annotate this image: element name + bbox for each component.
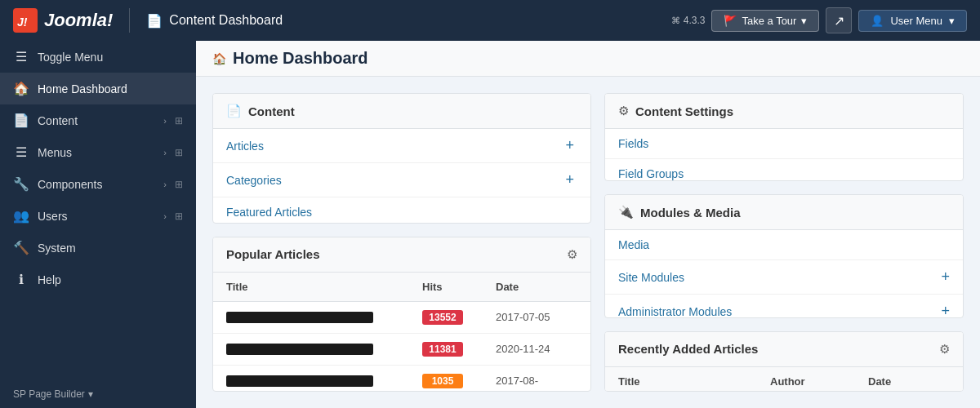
content-grid-icon: ⊞ xyxy=(175,115,183,126)
sidebar-toggle-label: Toggle Menu xyxy=(38,51,183,64)
recently-added-header: Recently Added Articles ⚙ xyxy=(605,332,963,367)
main-left: 📄 Content Articles + Categories + xyxy=(212,93,591,392)
row3-hits: 1035 xyxy=(422,374,496,388)
sidebar: ☰ Toggle Menu 🏠 Home Dashboard 📄 Content… xyxy=(0,41,196,408)
articles-link[interactable]: Articles xyxy=(226,140,562,153)
system-icon: 🔨 xyxy=(13,240,29,255)
media-link[interactable]: Media xyxy=(618,238,950,251)
logo[interactable]: J! Joomla! xyxy=(13,8,113,33)
menus-icon: ☰ xyxy=(13,144,29,160)
tour-flag-icon: 🚩 xyxy=(724,15,737,27)
popular-articles-body: Title Hits Date 13552 2017 xyxy=(213,273,590,392)
featured-articles-row: Featured Articles xyxy=(213,197,590,224)
add-site-modules-button[interactable]: + xyxy=(941,268,950,286)
help-icon: ℹ xyxy=(13,272,29,287)
field-groups-row: Field Groups xyxy=(605,159,963,181)
user-menu-button[interactable]: 👤 User Menu ▾ xyxy=(858,10,967,32)
menus-grid-icon: ⊞ xyxy=(175,147,183,158)
row1-title-bar xyxy=(226,312,373,323)
user-avatar-icon: 👤 xyxy=(871,15,884,27)
field-groups-link[interactable]: Field Groups xyxy=(618,167,950,180)
row3-title xyxy=(226,375,422,387)
components-grid-icon: ⊞ xyxy=(175,179,183,190)
popular-articles-settings-button[interactable]: ⚙ xyxy=(567,247,577,262)
user-menu-chevron-icon: ▾ xyxy=(949,15,955,27)
featured-articles-link[interactable]: Featured Articles xyxy=(226,206,577,219)
version-text: 4.3.3 xyxy=(684,15,706,26)
content-settings-header: ⚙ Content Settings xyxy=(605,94,963,129)
table-row: 11381 2020-11-24 xyxy=(213,334,590,366)
sidebar-item-components[interactable]: 🔧 Components › ⊞ xyxy=(0,168,196,200)
popular-articles-card: Popular Articles ⚙ Title Hits Date xyxy=(212,237,591,392)
content-card: 📄 Content Articles + Categories + xyxy=(212,93,591,224)
content-arrow-icon: › xyxy=(163,116,167,126)
recently-added-col-header: Title Author Date xyxy=(605,367,963,392)
take-a-tour-button[interactable]: 🚩 Take a Tour ▾ xyxy=(711,10,819,32)
col-title-label: Title xyxy=(226,281,422,293)
sidebar-item-content[interactable]: 📄 Content › ⊞ xyxy=(0,104,196,136)
articles-row: Articles + xyxy=(213,129,590,163)
sidebar-item-home-dashboard[interactable]: 🏠 Home Dashboard xyxy=(0,73,196,104)
main-content: 📄 Content Articles + Categories + xyxy=(196,77,980,408)
tour-chevron-icon: ▾ xyxy=(801,15,807,27)
row2-title-bar xyxy=(226,344,373,355)
layout: ☰ Toggle Menu 🏠 Home Dashboard 📄 Content… xyxy=(0,41,980,408)
sidebar-content-label: Content xyxy=(38,114,155,127)
main-right: ⚙ Content Settings Fields Field Groups xyxy=(604,93,964,392)
subpage-header-icon: 🏠 xyxy=(212,52,226,65)
row3-hits-value: 1035 xyxy=(422,374,463,388)
sidebar-item-sp-page-builder[interactable]: SP Page Builder ▾ xyxy=(0,380,196,408)
recently-added-settings-button[interactable]: ⚙ xyxy=(939,342,950,357)
row1-hits: 13552 xyxy=(422,310,496,325)
content-card-title: Content xyxy=(248,104,577,118)
add-articles-button[interactable]: + xyxy=(562,137,577,154)
users-arrow-icon: › xyxy=(163,211,167,221)
content-card-body: Articles + Categories + Featured Article… xyxy=(213,129,590,224)
media-row: Media xyxy=(605,230,963,260)
col-date-label: Date xyxy=(496,281,577,293)
sidebar-system-label: System xyxy=(38,242,183,255)
users-icon: 👥 xyxy=(13,208,29,224)
admin-modules-link[interactable]: Administrator Modules xyxy=(618,305,941,318)
sidebar-components-label: Components xyxy=(38,178,155,191)
row1-date: 2017-07-05 xyxy=(496,311,577,323)
sidebar-item-toggle[interactable]: ☰ Toggle Menu xyxy=(0,41,196,73)
sidebar-item-system[interactable]: 🔨 System xyxy=(0,232,196,264)
tour-btn-label: Take a Tour xyxy=(742,15,796,27)
cmd-icon: ⌘ xyxy=(671,16,680,26)
add-categories-button[interactable]: + xyxy=(562,171,577,188)
user-menu-label: User Menu xyxy=(890,15,942,27)
external-link-button[interactable]: ↗ xyxy=(826,7,852,33)
topbar-right: ⌘ 4.3.3 🚩 Take a Tour ▾ ↗ 👤 User Menu ▾ xyxy=(671,7,967,33)
site-modules-row: Site Modules + xyxy=(605,260,963,295)
fields-link[interactable]: Fields xyxy=(618,137,950,150)
site-modules-link[interactable]: Site Modules xyxy=(618,271,941,284)
content-settings-card: ⚙ Content Settings Fields Field Groups xyxy=(604,93,964,181)
logo-text: Joomla! xyxy=(44,10,113,31)
menus-arrow-icon: › xyxy=(163,148,167,157)
sp-page-builder-chevron-icon: ▾ xyxy=(88,388,93,400)
sidebar-item-help[interactable]: ℹ Help xyxy=(0,264,196,295)
sidebar-item-menus[interactable]: ☰ Menus › ⊞ xyxy=(0,136,196,168)
subpage-header-text: Home Dashboard xyxy=(233,49,368,68)
modules-media-header: 🔌 Modules & Media xyxy=(605,195,963,230)
content-settings-title: Content Settings xyxy=(635,104,950,118)
page-title-text: Content Dashboard xyxy=(169,13,283,28)
recent-col-date-label: Date xyxy=(868,375,950,388)
categories-link[interactable]: Categories xyxy=(226,174,562,187)
sidebar-users-label: Users xyxy=(38,210,155,223)
row2-title xyxy=(226,344,422,355)
popular-articles-title: Popular Articles xyxy=(226,247,560,261)
add-admin-modules-button[interactable]: + xyxy=(941,303,950,317)
modules-media-icon: 🔌 xyxy=(618,205,634,220)
content-settings-icon: ⚙ xyxy=(618,104,629,118)
external-icon: ↗ xyxy=(834,13,844,29)
topbar-page-title: 📄 Content Dashboard xyxy=(146,13,661,29)
row2-date: 2020-11-24 xyxy=(496,343,577,355)
table-row: 13552 2017-07-05 xyxy=(213,302,590,334)
sidebar-item-users[interactable]: 👥 Users › ⊞ xyxy=(0,200,196,232)
sidebar-menus-label: Menus xyxy=(38,146,155,159)
content-settings-body: Fields Field Groups xyxy=(605,129,963,181)
col-hits-label: Hits xyxy=(422,281,496,293)
row1-hits-value: 13552 xyxy=(422,310,463,325)
